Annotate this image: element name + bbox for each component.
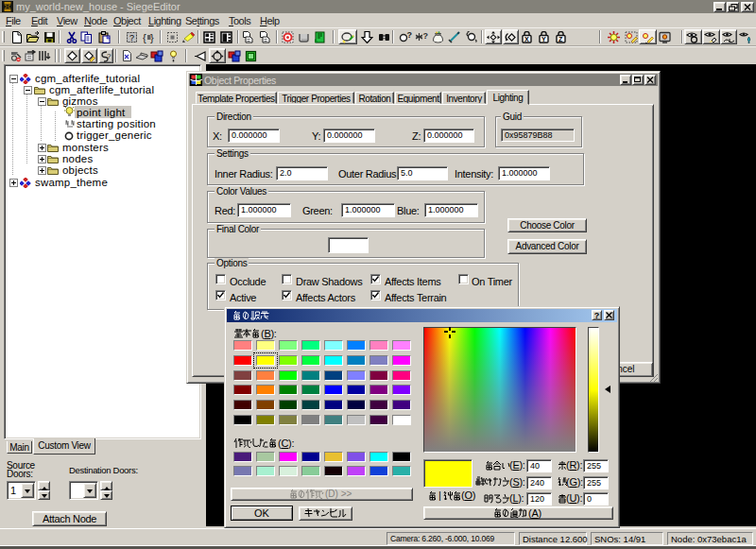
svg-text:?: ? — [423, 31, 429, 41]
svg-text:?: ? — [129, 33, 134, 43]
svg-text:}: } — [150, 32, 154, 43]
svg-text:Z: Z — [558, 36, 563, 43]
svg-text:Y: Y — [541, 36, 546, 43]
svg-text:X: X — [524, 36, 529, 43]
svg-text:?: ? — [407, 31, 413, 40]
svg-text:?: ? — [107, 52, 112, 60]
svg-text:{: { — [143, 32, 146, 43]
